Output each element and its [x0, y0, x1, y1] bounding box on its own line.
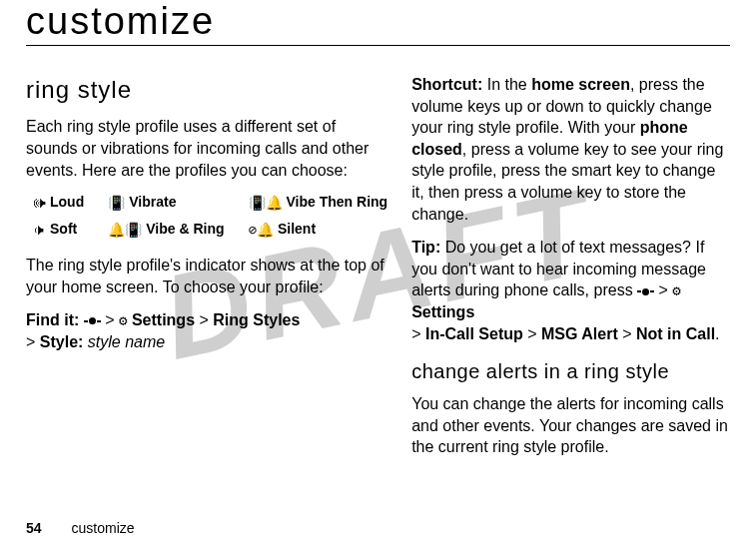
center-key-icon	[637, 288, 654, 295]
period: .	[715, 325, 719, 342]
right-column: Shortcut: In the home screen, press the …	[411, 74, 730, 470]
tip-paragraph: Tip: Do you get a lot of text messages? …	[411, 237, 730, 344]
soft-icon: 🕩	[32, 223, 46, 237]
section-heading-change-alerts: change alerts in a ring style	[411, 358, 730, 385]
menu-ring-styles: Ring Styles	[213, 311, 300, 328]
ring-styles-grid: 🕪 Loud 📳 Vibrate 📳🔔 Vibe Then Ring 🕩 Sof…	[32, 193, 387, 239]
find-it-label: Find it:	[26, 311, 79, 328]
style-label: Vibe Then Ring	[287, 193, 388, 212]
menu-settings: Settings	[411, 303, 474, 320]
menu-style: Style:	[40, 333, 84, 350]
style-label: Loud	[50, 193, 84, 212]
style-name-placeholder: style name	[88, 333, 165, 350]
settings-icon: ⚙	[672, 282, 680, 298]
style-vibe-and-ring: 🔔📳 Vibe & Ring	[108, 220, 224, 239]
style-label: Vibe & Ring	[146, 220, 224, 239]
style-soft: 🕩 Soft	[32, 220, 84, 239]
style-silent: ⊘🔔 Silent	[249, 220, 388, 239]
silent-icon: ⊘🔔	[249, 223, 274, 237]
home-screen-term: home screen	[531, 76, 630, 93]
style-label: Soft	[50, 220, 77, 239]
style-label: Vibrate	[129, 193, 176, 212]
indicator-paragraph: The ring style profile's indicator shows…	[26, 255, 387, 297]
menu-msg-alert: MSG Alert	[541, 325, 618, 342]
page-number: 54	[26, 520, 42, 536]
menu-in-call-setup: In-Call Setup	[425, 325, 523, 342]
columns: ring style Each ring style profile uses …	[26, 74, 730, 470]
menu-settings: Settings	[132, 311, 195, 328]
style-vibe-then-ring: 📳🔔 Vibe Then Ring	[249, 193, 388, 212]
separator: >	[659, 281, 668, 298]
page-footer: 54 customize	[26, 520, 135, 536]
vibe-then-ring-icon: 📳🔔	[249, 196, 283, 210]
separator: >	[199, 311, 208, 328]
separator: >	[527, 325, 536, 342]
separator: >	[26, 333, 35, 350]
shortcut-paragraph: Shortcut: In the home screen, press the …	[411, 74, 730, 225]
page-title: customize	[26, 0, 730, 46]
shortcut-label: Shortcut:	[411, 76, 482, 93]
vibe-and-ring-icon: 🔔📳	[108, 223, 142, 237]
text: In the	[482, 76, 531, 93]
left-column: ring style Each ring style profile uses …	[26, 74, 387, 470]
vibrate-icon: 📳	[108, 196, 125, 210]
intro-paragraph: Each ring style profile uses a different…	[26, 116, 387, 181]
style-vibrate: 📳 Vibrate	[108, 193, 224, 212]
page-content: customize ring style Each ring style pro…	[0, 0, 756, 482]
separator: >	[622, 325, 631, 342]
menu-not-in-call: Not in Call	[636, 325, 715, 342]
tip-label: Tip:	[411, 239, 440, 256]
separator: >	[411, 325, 420, 342]
style-loud: 🕪 Loud	[32, 193, 84, 212]
style-label: Silent	[278, 220, 316, 239]
section-heading-ring-style: ring style	[26, 74, 387, 106]
loud-icon: 🕪	[32, 196, 46, 210]
separator: >	[105, 311, 114, 328]
footer-section: customize	[72, 520, 135, 536]
change-alerts-paragraph: You can change the alerts for incoming c…	[411, 393, 730, 458]
center-key-icon	[84, 317, 101, 324]
settings-icon: ⚙	[119, 312, 127, 328]
find-it-line: Find it: > ⚙ Settings > Ring Styles > St…	[26, 309, 387, 352]
